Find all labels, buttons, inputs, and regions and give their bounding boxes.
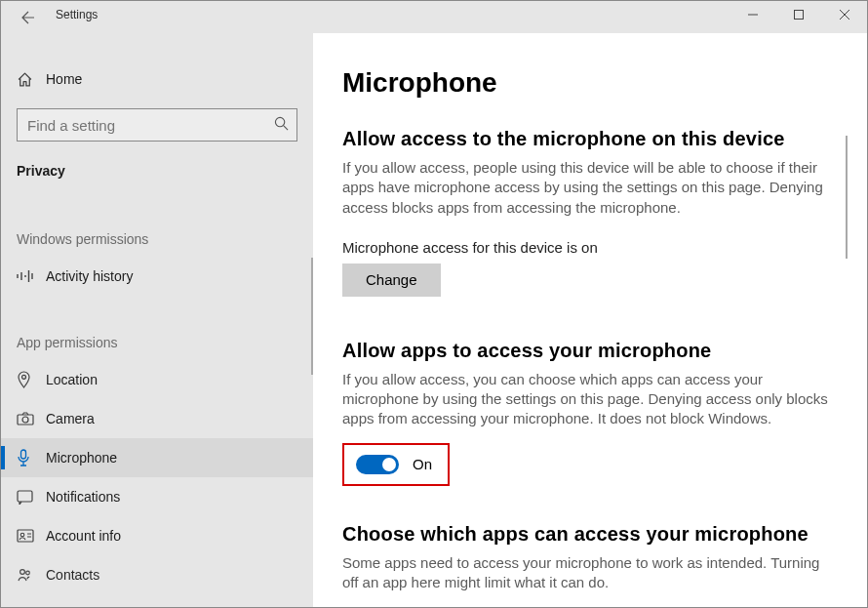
svg-point-4 [22,417,28,423]
section-desc-apps-access: If you allow access, you can choose whic… [342,370,830,429]
sidebar-item-location[interactable]: Location [1,360,313,399]
apps-access-toggle-label: On [413,456,432,472]
svg-point-1 [275,117,284,126]
content-area: Microphone Allow access to the microphon… [313,33,867,607]
home-icon [17,71,46,88]
device-access-status: Microphone access for this device is on [342,239,838,256]
activity-history-icon [17,269,46,283]
window-controls [730,1,867,28]
svg-point-2 [22,375,26,379]
sidebar-section-current: Privacy [1,163,313,179]
sidebar-item-label: Microphone [46,450,117,466]
change-button[interactable]: Change [342,263,441,297]
camera-icon [17,412,46,426]
maximize-button[interactable] [775,1,821,28]
svg-point-9 [20,570,25,575]
sidebar-item-label: Account info [46,528,121,544]
microphone-icon [17,449,46,466]
section-heading-choose-apps: Choose which apps can access your microp… [342,523,838,546]
apps-access-toggle[interactable] [356,455,399,474]
sidebar-group-windows-permissions: Windows permissions [1,231,313,247]
sidebar-item-notifications[interactable]: Notifications [1,477,313,516]
section-desc-choose-apps: Some apps need to access your microphone… [342,553,830,593]
section-heading-device-access: Allow access to the microphone on this d… [342,128,838,150]
svg-point-8 [20,533,24,537]
sidebar-item-activity-history[interactable]: Activity history [1,257,313,296]
section-desc-device-access: If you allow access, people using this d… [342,158,830,218]
arrow-left-icon [20,10,36,25]
sidebar-item-label: Camera [46,411,95,426]
nav-home-label: Home [46,71,82,87]
svg-rect-6 [18,491,32,502]
sidebar: Home Privacy Windows permissions Activit… [1,33,313,607]
sidebar-group-app-permissions: App permissions [1,335,313,350]
sidebar-item-account-info[interactable]: Account info [1,516,313,555]
content-scrollbar[interactable] [846,136,848,259]
nav-home[interactable]: Home [1,58,313,101]
sidebar-item-label: Contacts [46,567,99,583]
close-button[interactable] [821,1,867,28]
location-icon [17,371,46,388]
sidebar-item-label: Location [46,372,98,387]
search-wrap [1,108,313,142]
titlebar[interactable]: Settings [1,1,867,33]
search-input[interactable] [25,116,274,135]
minimize-button[interactable] [730,1,775,28]
highlight-box: On [342,443,450,486]
account-info-icon [17,529,46,543]
svg-rect-7 [18,530,33,542]
section-heading-apps-access: Allow apps to access your microphone [342,340,838,362]
back-button[interactable] [1,1,56,33]
svg-rect-0 [794,11,803,20]
svg-point-10 [26,571,30,575]
window-title: Settings [56,1,98,21]
toggle-knob [382,458,396,471]
sidebar-item-label: Notifications [46,489,120,505]
sidebar-item-contacts[interactable]: Contacts [1,555,313,594]
sidebar-item-microphone[interactable]: Microphone [1,438,313,477]
sidebar-item-label: Activity history [46,268,133,284]
svg-rect-5 [21,450,26,459]
notifications-icon [17,490,46,505]
page-title: Microphone [342,67,838,99]
search-icon [274,116,289,134]
contacts-icon [17,567,46,583]
search-input-container[interactable] [17,108,297,142]
sidebar-item-camera[interactable]: Camera [1,399,313,438]
